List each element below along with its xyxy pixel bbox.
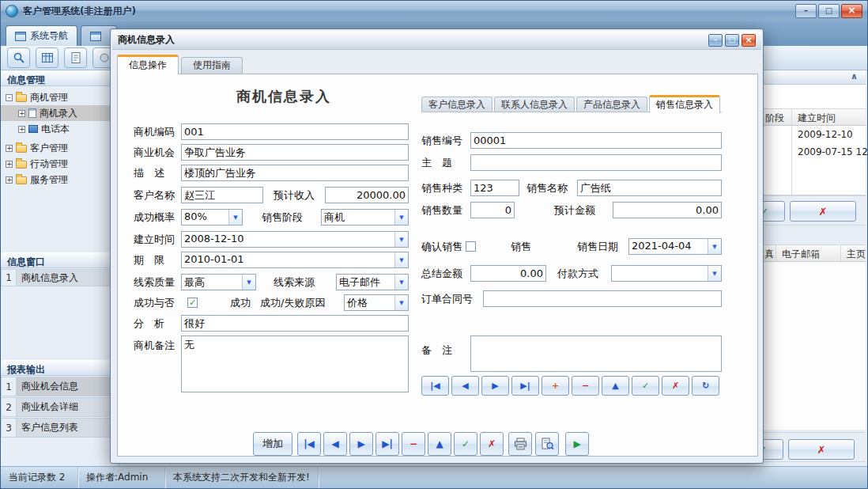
table-view-button[interactable]: [36, 47, 58, 68]
nav-insert-button[interactable]: +: [542, 376, 569, 396]
search-button[interactable]: [7, 47, 30, 68]
add-button[interactable]: 增加: [253, 432, 292, 456]
minimize-button[interactable]: –: [795, 4, 817, 18]
expand-node-icon[interactable]: +: [18, 126, 25, 133]
nav-first-button[interactable]: |◀: [421, 376, 449, 396]
sales-qty-field[interactable]: [470, 202, 515, 218]
collapse-panel-icon[interactable]: ∧: [851, 71, 858, 82]
tree-node-customer-mgmt[interactable]: + 客户管理: [1, 140, 119, 156]
column-header-homepage[interactable]: 主页: [847, 248, 866, 261]
sales-kind-field[interactable]: [470, 180, 519, 196]
info-panel-header[interactable]: 信息管理: [1, 70, 119, 86]
chevron-down-icon[interactable]: ▼: [394, 210, 408, 225]
chevron-down-icon[interactable]: ▼: [242, 275, 255, 290]
tab-customer-entry[interactable]: 客户信息录入: [421, 97, 492, 112]
list-item[interactable]: 1 商业机会信息: [1, 377, 119, 396]
column-header-fax-tail[interactable]: 真: [764, 248, 774, 261]
tree-node-opportunity-mgmt[interactable]: - 商机管理: [1, 89, 119, 105]
chevron-down-icon[interactable]: ▼: [394, 295, 408, 310]
chevron-down-icon[interactable]: ▼: [394, 252, 408, 267]
success-checkbox[interactable]: ✓: [187, 298, 198, 308]
tab-info-operation[interactable]: 信息操作: [117, 55, 179, 74]
confirm-sale-checkbox[interactable]: [466, 241, 476, 252]
list-item[interactable]: 3 客户信息列表: [1, 418, 119, 438]
reason-select[interactable]: 价格 ▼: [344, 294, 409, 311]
order-no-field[interactable]: [483, 290, 722, 307]
probability-select[interactable]: 80% ▼: [181, 209, 243, 226]
expand-node-icon[interactable]: +: [6, 161, 13, 168]
sales-date-picker[interactable]: 2021-04-04 ▼: [628, 238, 722, 255]
bottom-edit-button[interactable]: ▲: [428, 432, 451, 456]
list-item[interactable]: 1 商机信息录入: [1, 269, 119, 286]
chevron-down-icon[interactable]: ▼: [708, 239, 721, 254]
nav-prior-button[interactable]: ◀: [451, 376, 479, 396]
close-button[interactable]: ×: [841, 4, 862, 18]
stage-select[interactable]: 商机 ▼: [321, 209, 409, 226]
bottom-post-button[interactable]: ✓: [454, 432, 477, 456]
bottom-cancel-button[interactable]: ✗: [480, 432, 504, 456]
delete-record-button[interactable]: ✗: [790, 201, 856, 222]
code-field[interactable]: [181, 123, 409, 140]
bottom-next-button[interactable]: ▶: [349, 432, 373, 456]
bottom-last-button[interactable]: ▶|: [376, 432, 399, 456]
tree-node-opportunity-entry[interactable]: + 商机录入: [1, 105, 119, 121]
column-header-stage[interactable]: 阶段: [765, 112, 784, 125]
document-button[interactable]: [64, 47, 87, 68]
sales-no-field[interactable]: [470, 132, 722, 149]
tree-node-action-mgmt[interactable]: + 行动管理: [1, 156, 119, 172]
analysis-field[interactable]: [181, 315, 409, 332]
income-field[interactable]: [325, 187, 409, 203]
nav-last-button[interactable]: ▶|: [511, 376, 539, 396]
print-button[interactable]: [508, 432, 532, 456]
opportunity-note-field[interactable]: 无: [181, 335, 409, 392]
created-date-picker[interactable]: 2008-12-10 ▼: [181, 231, 409, 248]
chevron-down-icon[interactable]: ▼: [708, 266, 721, 281]
estimated-amount-field[interactable]: [613, 202, 722, 218]
nav-edit-button[interactable]: ▲: [602, 376, 629, 396]
grid-cell-created-2[interactable]: 2009-07-15 12: [798, 143, 868, 161]
deadline-date-picker[interactable]: 2010-01-01 ▼: [181, 252, 409, 268]
expand-node-icon[interactable]: +: [6, 145, 13, 152]
lead-source-select[interactable]: 电子邮件 ▼: [336, 274, 409, 290]
nav-next-button[interactable]: ▶: [481, 376, 509, 396]
tree-node-phonebook[interactable]: + 电话本: [1, 121, 119, 137]
bottom-prior-button[interactable]: ◀: [323, 432, 347, 456]
column-header-email[interactable]: 电子邮箱: [782, 248, 820, 261]
business-field[interactable]: [181, 144, 409, 161]
delete-record-button[interactable]: ✗: [788, 439, 855, 460]
chevron-down-icon[interactable]: ▼: [394, 275, 408, 290]
customer-field[interactable]: [181, 187, 263, 203]
chevron-down-icon[interactable]: ▼: [228, 210, 242, 225]
tab-product-entry[interactable]: 产品信息录入: [576, 97, 647, 112]
description-field[interactable]: [181, 165, 409, 181]
tab-sales-entry[interactable]: 销售信息录入: [649, 95, 720, 113]
bottom-delete-button[interactable]: −: [402, 432, 425, 456]
total-amount-field[interactable]: [470, 265, 546, 282]
bottom-first-button[interactable]: |◀: [297, 432, 321, 456]
print-preview-button[interactable]: [535, 432, 559, 456]
nav-refresh-button[interactable]: ↻: [692, 376, 719, 396]
dialog-maximize-button[interactable]: □: [725, 34, 739, 47]
collapse-node-icon[interactable]: -: [6, 94, 13, 101]
run-button[interactable]: ▶: [565, 432, 589, 456]
nav-cancel-button[interactable]: ✗: [662, 376, 689, 396]
memo-field[interactable]: [470, 335, 722, 372]
payment-method-select[interactable]: ▼: [611, 265, 722, 282]
nav-post-button[interactable]: ✓: [632, 376, 659, 396]
chevron-down-icon[interactable]: ▼: [394, 232, 408, 247]
expand-node-icon[interactable]: +: [18, 110, 25, 117]
tab-user-guide[interactable]: 使用指南: [181, 57, 243, 74]
grid-cell-created-1[interactable]: 2009-12-10: [798, 126, 853, 143]
maximize-button[interactable]: □: [818, 4, 840, 18]
nav-delete-button[interactable]: −: [572, 376, 599, 396]
info-window-header[interactable]: 信息窗口: [1, 252, 119, 268]
sales-name-field[interactable]: [577, 180, 722, 196]
column-header-created[interactable]: 建立时间: [798, 112, 836, 125]
dialog-minimize-button[interactable]: –: [708, 34, 723, 47]
tree-node-service-mgmt[interactable]: + 服务管理: [1, 172, 119, 188]
subject-field[interactable]: [470, 154, 722, 171]
lead-quality-select[interactable]: 最高 ▼: [181, 274, 256, 290]
list-item[interactable]: 2 商业机会详细: [1, 397, 119, 417]
expand-node-icon[interactable]: +: [6, 176, 13, 184]
report-output-header[interactable]: 报表输出: [1, 360, 119, 376]
